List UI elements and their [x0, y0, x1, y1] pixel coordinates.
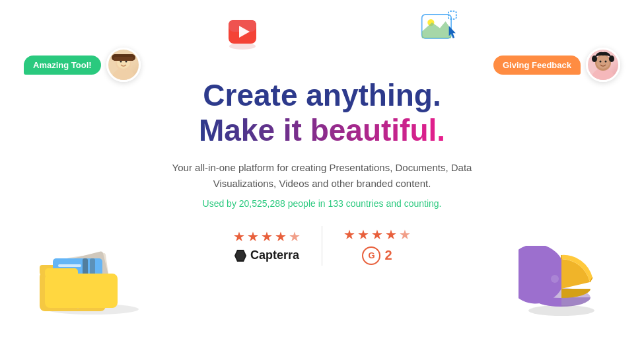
g2-star-half: ★ — [399, 227, 411, 243]
avatar-male — [106, 48, 141, 82]
bubble-right: Giving Feedback — [493, 56, 581, 75]
headline-line1: Create anything. — [199, 78, 445, 113]
g2-star-1: ★ — [343, 227, 355, 243]
svg-point-21 — [605, 61, 607, 63]
user-right-group: Giving Feedback — [493, 48, 620, 82]
g2-star-2: ★ — [357, 227, 369, 243]
capterra-logo: Capterra — [234, 248, 299, 262]
svg-rect-37 — [45, 274, 118, 308]
g2-star-3: ★ — [371, 227, 383, 243]
svg-marker-25 — [236, 251, 245, 260]
svg-rect-16 — [114, 57, 133, 61]
star-2: ★ — [247, 229, 259, 244]
star-3: ★ — [261, 229, 273, 244]
headline: Create anything. Make it beautiful. — [199, 78, 445, 148]
svg-point-39 — [528, 305, 594, 316]
headline-line2: Make it beautiful. — [199, 113, 445, 148]
g2-star-4: ★ — [385, 227, 397, 243]
avatar-female — [586, 48, 620, 82]
svg-point-41 — [551, 275, 559, 283]
star-1: ★ — [233, 229, 245, 244]
hero-section: Amazing Tool! Giving Feedback — [0, 0, 644, 337]
users-count: Used by 20,525,288 people in 133 countri… — [203, 198, 442, 209]
svg-point-0 — [229, 43, 256, 50]
star-half: ★ — [289, 229, 301, 244]
capterra-icon — [234, 250, 246, 262]
ratings-row: ★ ★ ★ ★ ★ Capterra ★ ★ ★ ★ ★ — [212, 226, 432, 266]
g2-label: 2 — [384, 248, 392, 263]
capterra-label: Capterra — [250, 248, 299, 262]
star-4: ★ — [275, 229, 287, 244]
svg-rect-38 — [45, 268, 78, 278]
play-icon-decoration — [225, 15, 260, 53]
pie-illustration — [519, 246, 604, 321]
g2-logo: G 2 — [362, 246, 392, 265]
folder-illustration — [33, 235, 152, 317]
g2-stars: ★ ★ ★ ★ ★ — [343, 227, 411, 243]
svg-point-20 — [600, 61, 602, 63]
svg-point-23 — [609, 56, 614, 62]
capterra-rating: ★ ★ ★ ★ ★ Capterra — [212, 229, 322, 262]
image-icon-decoration — [421, 9, 459, 46]
g2-rating: ★ ★ ★ ★ ★ G 2 — [322, 227, 432, 265]
capterra-stars: ★ ★ ★ ★ ★ — [233, 229, 301, 244]
user-left-group: Amazing Tool! — [24, 48, 141, 82]
subtext: Your all-in-one platform for creating Pr… — [170, 160, 474, 192]
svg-rect-32 — [58, 264, 81, 267]
g2-badge-icon: G — [362, 246, 380, 265]
svg-point-19 — [596, 56, 610, 69]
svg-point-22 — [592, 56, 597, 62]
bubble-left: Amazing Tool! — [24, 56, 101, 75]
